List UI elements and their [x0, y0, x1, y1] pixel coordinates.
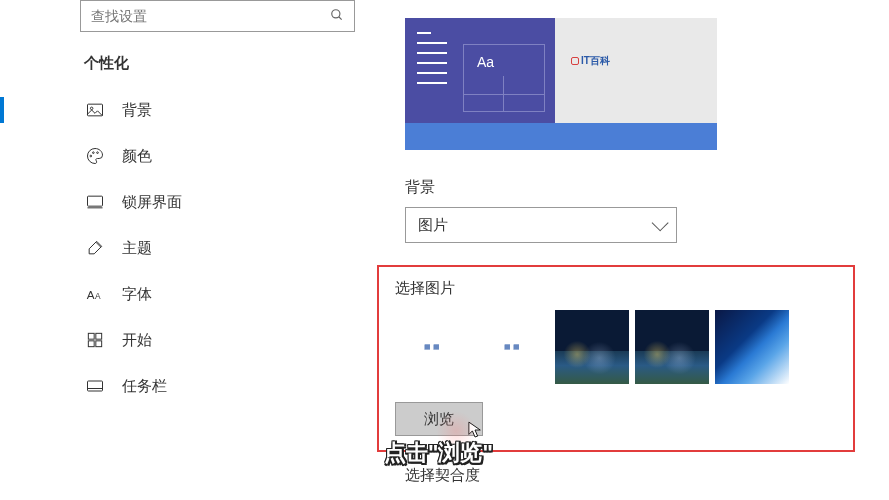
- font-icon: AA: [84, 283, 106, 305]
- nav-label: 字体: [122, 285, 152, 304]
- watermark: IT百科: [571, 54, 610, 68]
- svg-point-3: [90, 107, 93, 110]
- svg-rect-11: [88, 333, 94, 339]
- nav-item-start[interactable]: 开始: [70, 317, 375, 363]
- main-content: Aa IT百科 背景 图片 选择图片 ▦ ▦ ▦ ▦ 浏览: [375, 0, 889, 500]
- start-icon: [84, 329, 106, 351]
- preview-window: Aa: [405, 18, 555, 123]
- svg-point-6: [97, 152, 99, 154]
- palette-icon: [84, 145, 106, 167]
- thumb-5[interactable]: [715, 310, 789, 384]
- background-select[interactable]: 图片: [405, 207, 677, 243]
- settings-sidebar: 个性化 背景 颜色 锁屏界面: [0, 0, 375, 500]
- background-label: 背景: [405, 178, 859, 197]
- fit-label: 选择契合度: [405, 466, 859, 485]
- thumb-1[interactable]: ▦ ▦: [395, 310, 469, 384]
- chevron-down-icon: [652, 214, 669, 231]
- svg-rect-13: [88, 341, 94, 347]
- preview-taskbar: [405, 123, 717, 150]
- thumb-3[interactable]: [555, 310, 629, 384]
- picture-thumbnails: ▦ ▦ ▦ ▦: [395, 310, 837, 384]
- svg-point-0: [332, 9, 340, 17]
- thumb-2[interactable]: ▦ ▦: [475, 310, 549, 384]
- nav-list: 背景 颜色 锁屏界面 主题: [0, 87, 375, 409]
- nav-item-fonts[interactable]: AA 字体: [70, 271, 375, 317]
- nav-label: 主题: [122, 239, 152, 258]
- nav-item-colors[interactable]: 颜色: [70, 133, 375, 179]
- nav-label: 背景: [122, 101, 152, 120]
- svg-point-4: [90, 155, 92, 157]
- nav-item-background[interactable]: 背景: [70, 87, 375, 133]
- svg-rect-7: [88, 196, 103, 206]
- choose-picture-label: 选择图片: [395, 279, 837, 298]
- nav-label: 颜色: [122, 147, 152, 166]
- taskbar-icon: [84, 375, 106, 397]
- choose-picture-highlight: 选择图片 ▦ ▦ ▦ ▦ 浏览: [377, 265, 855, 452]
- brush-icon: [84, 237, 106, 259]
- nav-label: 开始: [122, 331, 152, 350]
- search-icon: [330, 8, 344, 25]
- svg-rect-15: [88, 381, 103, 391]
- svg-text:A: A: [87, 288, 95, 301]
- thumb-4[interactable]: [635, 310, 709, 384]
- svg-rect-14: [96, 341, 102, 347]
- preview-aa-text: Aa: [477, 54, 494, 70]
- nav-item-themes[interactable]: 主题: [70, 225, 375, 271]
- nav-label: 锁屏界面: [122, 193, 182, 212]
- section-title: 个性化: [70, 44, 375, 87]
- preview-area: Aa IT百科: [405, 18, 859, 150]
- search-input[interactable]: [91, 8, 330, 24]
- instruction-caption: 点击"浏览": [384, 438, 493, 468]
- search-box[interactable]: [80, 0, 355, 32]
- nav-item-lockscreen[interactable]: 锁屏界面: [70, 179, 375, 225]
- svg-rect-12: [96, 333, 102, 339]
- browse-label: 浏览: [424, 410, 454, 429]
- desktop-preview: Aa IT百科: [405, 18, 717, 150]
- svg-point-5: [93, 152, 95, 154]
- monitor-icon: [84, 191, 106, 213]
- nav-label: 任务栏: [122, 377, 167, 396]
- svg-line-1: [339, 16, 342, 19]
- select-value: 图片: [418, 216, 448, 235]
- svg-text:A: A: [95, 291, 101, 301]
- browse-button[interactable]: 浏览: [395, 402, 483, 436]
- nav-item-taskbar[interactable]: 任务栏: [70, 363, 375, 409]
- picture-icon: [84, 99, 106, 121]
